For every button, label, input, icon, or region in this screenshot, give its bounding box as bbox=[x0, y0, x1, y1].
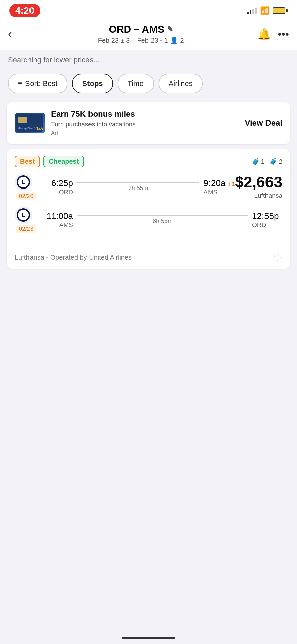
price-airline: Lufthansa bbox=[235, 192, 282, 199]
outbound-depart-time: 6:25p bbox=[43, 178, 73, 189]
svg-text:MileagePlus: MileagePlus bbox=[18, 127, 34, 130]
flight-card[interactable]: Best Cheapest 🧳 1 🧳 2 bbox=[7, 149, 290, 269]
outbound-airline-logo: L bbox=[15, 173, 32, 191]
bag-icon-1: 🧳 bbox=[252, 158, 260, 165]
outbound-arrive: 9:20a +1 AMS bbox=[203, 178, 235, 196]
svg-text:VISA: VISA bbox=[34, 126, 43, 131]
home-indicator bbox=[122, 637, 175, 639]
wifi-icon: 📶 bbox=[260, 6, 269, 15]
operator-text: Lufthansa - Operated by United Airlines bbox=[15, 254, 132, 261]
signal-icon bbox=[247, 7, 257, 14]
flight-card-footer: Lufthansa - Operated by United Airlines … bbox=[7, 246, 290, 269]
more-options-icon[interactable]: ••• bbox=[278, 28, 289, 40]
stops-filter-button[interactable]: Stops bbox=[72, 74, 113, 93]
battery-icon: ⚡ bbox=[273, 7, 288, 14]
inbound-airline-logo: L bbox=[15, 206, 32, 224]
tag-best: Best bbox=[15, 156, 40, 167]
route-text: ORD – AMS bbox=[109, 23, 164, 35]
ad-subtitle: Turn purchases into vacations. bbox=[51, 121, 239, 128]
header-actions: 🔔 ••• bbox=[257, 28, 289, 40]
outbound-arrive-time: 9:20a +1 bbox=[203, 178, 235, 189]
svg-text:L: L bbox=[22, 212, 25, 218]
flight-amenities: 🧳 1 🧳 2 bbox=[252, 158, 282, 165]
flight-price: $2,663 bbox=[235, 174, 282, 190]
status-time: 4:20 bbox=[9, 4, 40, 17]
save-flight-button[interactable]: ♡ bbox=[273, 252, 282, 263]
notification-icon[interactable]: 🔔 bbox=[257, 28, 271, 40]
search-status: Searching for lower prices... bbox=[0, 50, 297, 70]
inbound-airline-col: L 02/23 bbox=[15, 206, 38, 233]
carry-on-amenity: 🧳 1 bbox=[252, 158, 265, 165]
header-center: ORD – AMS ✎ Feb 23 ± 3 – Feb 23 - 1 👤 2 bbox=[24, 23, 257, 44]
stops-label: Stops bbox=[82, 79, 103, 88]
inbound-depart-code: AMS bbox=[43, 221, 73, 229]
passengers-icon: 👤 bbox=[170, 36, 178, 44]
inbound-segment: L 02/23 11:00a AMS 8h 55m 12:55p ORD bbox=[15, 206, 282, 233]
ad-label: Ad bbox=[51, 130, 239, 137]
ad-title: Earn 75K bonus miles bbox=[51, 109, 239, 119]
time-filter-button[interactable]: Time bbox=[118, 74, 154, 93]
inbound-depart-time: 11:00a bbox=[43, 211, 73, 221]
ad-card[interactable]: MileagePlus VISA Earn 75K bonus miles Tu… bbox=[7, 102, 290, 144]
checked-bag-amenity: 🧳 2 bbox=[269, 158, 282, 165]
outbound-date: 02/20 bbox=[16, 192, 36, 200]
outbound-airline-col: L 02/20 bbox=[15, 173, 38, 200]
inbound-arrive-code: ORD bbox=[252, 221, 282, 229]
edit-route-icon[interactable]: ✎ bbox=[167, 25, 173, 34]
tag-cheapest: Cheapest bbox=[43, 156, 84, 167]
flight-card-main: Best Cheapest 🧳 1 🧳 2 bbox=[7, 149, 290, 246]
inbound-duration: 8h 55m bbox=[153, 218, 173, 225]
ad-content: Earn 75K bonus miles Turn purchases into… bbox=[51, 109, 239, 137]
inbound-date: 02/23 bbox=[16, 225, 36, 233]
bag-count-1: 1 bbox=[261, 158, 265, 165]
inbound-depart: 11:00a AMS bbox=[43, 211, 73, 229]
ad-logo: MileagePlus VISA bbox=[15, 113, 45, 133]
sort-button[interactable]: ≡ Sort: Best bbox=[8, 74, 67, 93]
ad-cta-button[interactable]: View Deal bbox=[245, 118, 282, 128]
outbound-duration: 7h 55m bbox=[128, 185, 148, 192]
outbound-depart: 6:25p ORD bbox=[43, 178, 73, 196]
svg-text:L: L bbox=[22, 179, 25, 185]
outbound-arrive-day: +1 bbox=[228, 180, 235, 187]
outbound-depart-code: ORD bbox=[43, 189, 73, 196]
inbound-arrive: 12:55p ORD bbox=[252, 211, 282, 229]
passengers-count: 2 bbox=[180, 37, 184, 44]
outbound-arrive-code: AMS bbox=[203, 189, 235, 196]
time-label: Time bbox=[128, 79, 144, 88]
operator-name: Lufthansa bbox=[15, 254, 44, 261]
bag-icon-2: 🧳 bbox=[269, 158, 277, 165]
dates-text: Feb 23 ± 3 – Feb 23 - 1 bbox=[98, 37, 168, 44]
flight-tags: Best Cheapest 🧳 1 🧳 2 bbox=[15, 156, 282, 167]
outbound-line: 7h 55m bbox=[73, 182, 203, 192]
outbound-segment: L 02/20 6:25p ORD 7h 55m 9:20a +1 bbox=[15, 173, 282, 200]
filter-row: ≡ Sort: Best Stops Time Airlines bbox=[0, 70, 297, 97]
status-icons: 📶 ⚡ bbox=[247, 6, 288, 15]
status-bar: 4:20 📶 ⚡ bbox=[0, 0, 297, 20]
route-title: ORD – AMS ✎ bbox=[24, 23, 257, 35]
inbound-times: 11:00a AMS 8h 55m 12:55p ORD bbox=[43, 211, 282, 229]
inbound-arrive-time: 12:55p bbox=[252, 211, 282, 221]
outbound-times: 6:25p ORD 7h 55m 9:20a +1 AMS bbox=[43, 178, 235, 196]
inbound-line: 8h 55m bbox=[73, 215, 252, 225]
svg-rect-1 bbox=[18, 117, 27, 123]
flight-price-col: $2,663 Lufthansa bbox=[235, 174, 282, 199]
sort-icon: ≡ bbox=[18, 79, 22, 88]
bag-count-2: 2 bbox=[279, 158, 282, 165]
airlines-filter-button[interactable]: Airlines bbox=[159, 74, 203, 93]
airlines-label: Airlines bbox=[169, 79, 193, 88]
operated-by: - Operated by United Airlines bbox=[46, 254, 132, 261]
header: ‹ ORD – AMS ✎ Feb 23 ± 3 – Feb 23 - 1 👤 … bbox=[0, 20, 297, 50]
back-button[interactable]: ‹ bbox=[8, 27, 24, 41]
sort-label: Sort: Best bbox=[25, 79, 58, 88]
header-dates: Feb 23 ± 3 – Feb 23 - 1 👤 2 bbox=[24, 36, 257, 44]
